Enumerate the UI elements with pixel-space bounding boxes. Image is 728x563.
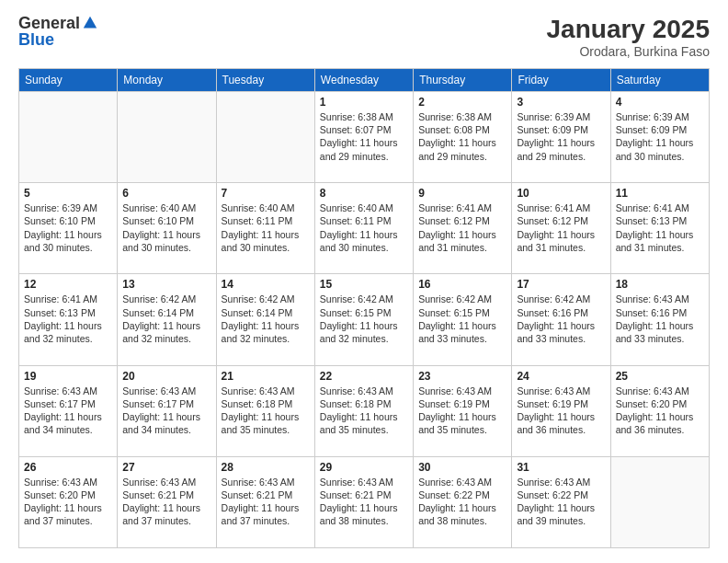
day-number: 25 [616,370,704,383]
weekday-header-sunday: Sunday [19,69,118,92]
weekday-header-thursday: Thursday [414,69,512,92]
day-cell-3: 3Sunrise: 6:39 AM Sunset: 6:09 PM Daylig… [512,92,610,183]
day-number: 14 [222,278,310,291]
day-cell-26: 26Sunrise: 6:43 AM Sunset: 6:20 PM Dayli… [19,456,118,547]
day-number: 24 [517,370,605,383]
empty-cell [118,92,216,183]
week-row-1: 1Sunrise: 6:38 AM Sunset: 6:07 PM Daylig… [19,92,710,183]
day-cell-7: 7Sunrise: 6:40 AM Sunset: 6:11 PM Daylig… [216,183,314,274]
day-cell-25: 25Sunrise: 6:43 AM Sunset: 6:20 PM Dayli… [610,365,709,456]
day-number: 26 [24,461,112,474]
day-number: 7 [222,187,310,200]
day-info: Sunrise: 6:43 AM Sunset: 6:20 PM Dayligh… [24,476,112,528]
weekday-header-tuesday: Tuesday [216,69,314,92]
day-info: Sunrise: 6:43 AM Sunset: 6:20 PM Dayligh… [616,385,704,437]
day-number: 31 [517,461,605,474]
day-number: 19 [24,370,112,383]
logo-general-text: General [18,15,80,31]
day-cell-28: 28Sunrise: 6:43 AM Sunset: 6:21 PM Dayli… [216,456,314,547]
day-number: 12 [24,278,112,291]
day-info: Sunrise: 6:43 AM Sunset: 6:17 PM Dayligh… [122,385,210,437]
day-cell-11: 11Sunrise: 6:41 AM Sunset: 6:13 PM Dayli… [610,183,709,274]
logo: General Blue [18,15,98,48]
day-cell-24: 24Sunrise: 6:43 AM Sunset: 6:19 PM Dayli… [512,365,610,456]
day-info: Sunrise: 6:39 AM Sunset: 6:09 PM Dayligh… [616,110,704,163]
day-cell-14: 14Sunrise: 6:42 AM Sunset: 6:14 PM Dayli… [216,274,314,365]
day-info: Sunrise: 6:43 AM Sunset: 6:17 PM Dayligh… [24,385,112,437]
day-number: 3 [517,96,605,109]
day-cell-2: 2Sunrise: 6:38 AM Sunset: 6:08 PM Daylig… [414,92,512,183]
title-block: January 2025 Orodara, Burkina Faso [547,15,710,59]
svg-marker-0 [84,17,97,29]
day-number: 11 [616,187,704,200]
day-info: Sunrise: 6:39 AM Sunset: 6:09 PM Dayligh… [517,110,605,163]
header: General Blue January 2025 Orodara, Burki… [18,15,710,59]
day-info: Sunrise: 6:43 AM Sunset: 6:18 PM Dayligh… [222,385,310,437]
day-cell-13: 13Sunrise: 6:42 AM Sunset: 6:14 PM Dayli… [118,274,216,365]
day-info: Sunrise: 6:40 AM Sunset: 6:11 PM Dayligh… [320,201,408,254]
day-cell-6: 6Sunrise: 6:40 AM Sunset: 6:10 PM Daylig… [118,183,216,274]
day-number: 30 [418,461,506,474]
day-info: Sunrise: 6:40 AM Sunset: 6:10 PM Dayligh… [122,201,210,254]
day-cell-5: 5Sunrise: 6:39 AM Sunset: 6:10 PM Daylig… [19,183,118,274]
day-number: 17 [517,278,605,291]
day-number: 5 [24,187,112,200]
month-title: January 2025 [547,15,710,44]
location: Orodara, Burkina Faso [547,44,710,59]
day-number: 23 [418,370,506,383]
day-number: 8 [320,187,408,200]
day-number: 4 [616,96,704,109]
day-info: Sunrise: 6:43 AM Sunset: 6:16 PM Dayligh… [616,293,704,345]
day-number: 9 [418,187,506,200]
day-number: 21 [222,370,310,383]
week-row-2: 5Sunrise: 6:39 AM Sunset: 6:10 PM Daylig… [19,183,710,274]
day-info: Sunrise: 6:40 AM Sunset: 6:11 PM Dayligh… [222,201,310,254]
day-number: 6 [122,187,210,200]
day-info: Sunrise: 6:43 AM Sunset: 6:18 PM Dayligh… [320,385,408,437]
week-row-3: 12Sunrise: 6:41 AM Sunset: 6:13 PM Dayli… [19,274,710,365]
day-cell-12: 12Sunrise: 6:41 AM Sunset: 6:13 PM Dayli… [19,274,118,365]
day-cell-8: 8Sunrise: 6:40 AM Sunset: 6:11 PM Daylig… [314,183,413,274]
day-cell-30: 30Sunrise: 6:43 AM Sunset: 6:22 PM Dayli… [414,456,512,547]
day-cell-10: 10Sunrise: 6:41 AM Sunset: 6:12 PM Dayli… [512,183,610,274]
empty-cell [19,92,118,183]
logo-blue-text: Blue [18,31,98,48]
day-cell-20: 20Sunrise: 6:43 AM Sunset: 6:17 PM Dayli… [118,365,216,456]
day-info: Sunrise: 6:42 AM Sunset: 6:15 PM Dayligh… [418,293,506,345]
weekday-header-wednesday: Wednesday [314,69,413,92]
day-info: Sunrise: 6:43 AM Sunset: 6:21 PM Dayligh… [122,476,210,528]
day-cell-29: 29Sunrise: 6:43 AM Sunset: 6:21 PM Dayli… [314,456,413,547]
day-number: 10 [517,187,605,200]
day-info: Sunrise: 6:43 AM Sunset: 6:22 PM Dayligh… [418,476,506,528]
day-info: Sunrise: 6:38 AM Sunset: 6:08 PM Dayligh… [418,110,506,163]
day-info: Sunrise: 6:41 AM Sunset: 6:12 PM Dayligh… [517,201,605,254]
weekday-header-monday: Monday [118,69,216,92]
day-cell-9: 9Sunrise: 6:41 AM Sunset: 6:12 PM Daylig… [414,183,512,274]
day-cell-1: 1Sunrise: 6:38 AM Sunset: 6:07 PM Daylig… [314,92,413,183]
day-number: 20 [122,370,210,383]
empty-cell [610,456,709,547]
day-cell-17: 17Sunrise: 6:42 AM Sunset: 6:16 PM Dayli… [512,274,610,365]
week-row-4: 19Sunrise: 6:43 AM Sunset: 6:17 PM Dayli… [19,365,710,456]
weekday-header-saturday: Saturday [610,69,709,92]
day-cell-31: 31Sunrise: 6:43 AM Sunset: 6:22 PM Dayli… [512,456,610,547]
day-number: 28 [222,461,310,474]
day-number: 16 [418,278,506,291]
day-cell-18: 18Sunrise: 6:43 AM Sunset: 6:16 PM Dayli… [610,274,709,365]
day-info: Sunrise: 6:41 AM Sunset: 6:13 PM Dayligh… [24,293,112,345]
day-cell-22: 22Sunrise: 6:43 AM Sunset: 6:18 PM Dayli… [314,365,413,456]
day-info: Sunrise: 6:42 AM Sunset: 6:16 PM Dayligh… [517,293,605,345]
weekday-header-friday: Friday [512,69,610,92]
day-cell-23: 23Sunrise: 6:43 AM Sunset: 6:19 PM Dayli… [414,365,512,456]
day-info: Sunrise: 6:41 AM Sunset: 6:12 PM Dayligh… [418,201,506,254]
day-info: Sunrise: 6:43 AM Sunset: 6:21 PM Dayligh… [222,476,310,528]
day-info: Sunrise: 6:43 AM Sunset: 6:19 PM Dayligh… [418,385,506,437]
weekday-header-row: SundayMondayTuesdayWednesdayThursdayFrid… [19,69,710,92]
day-cell-4: 4Sunrise: 6:39 AM Sunset: 6:09 PM Daylig… [610,92,709,183]
week-row-5: 26Sunrise: 6:43 AM Sunset: 6:20 PM Dayli… [19,456,710,547]
day-info: Sunrise: 6:43 AM Sunset: 6:21 PM Dayligh… [320,476,408,528]
day-info: Sunrise: 6:41 AM Sunset: 6:13 PM Dayligh… [616,201,704,254]
day-info: Sunrise: 6:42 AM Sunset: 6:14 PM Dayligh… [122,293,210,345]
day-cell-19: 19Sunrise: 6:43 AM Sunset: 6:17 PM Dayli… [19,365,118,456]
day-cell-21: 21Sunrise: 6:43 AM Sunset: 6:18 PM Dayli… [216,365,314,456]
